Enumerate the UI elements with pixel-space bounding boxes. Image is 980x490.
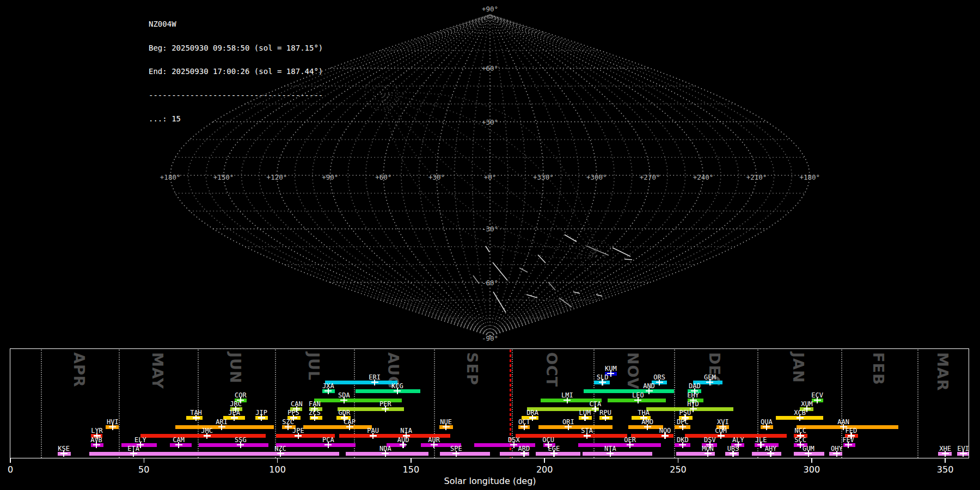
x-axis-title: Solar longitude (deg) (408, 476, 572, 486)
activity-chart: Solar longitude (deg) APRMAYJUNJULAUGSEP… (0, 0, 980, 490)
x-axis-tick-label: 300 (795, 464, 828, 475)
peak-marker (523, 451, 525, 457)
peak-marker (629, 442, 631, 448)
month-label: SEP (464, 352, 481, 385)
shower-bar-ETA (89, 452, 188, 456)
month-label: FEB (870, 352, 887, 385)
peak-marker (240, 442, 242, 448)
peak-marker (664, 433, 666, 439)
peak-marker (732, 451, 734, 457)
peak-marker (610, 451, 611, 457)
peak-marker (945, 451, 946, 457)
shower-bar-SPE (440, 452, 490, 456)
peak-marker (799, 415, 801, 421)
peak-marker (602, 379, 603, 385)
peak-marker (682, 442, 684, 448)
x-axis-tick (277, 458, 278, 463)
peak-marker (638, 397, 639, 403)
month-boundary-line (198, 350, 199, 458)
x-axis-tick (411, 458, 412, 463)
month-label: MAY (149, 352, 166, 389)
peak-marker (328, 442, 329, 448)
x-axis-tick-label: 350 (929, 464, 961, 475)
peak-marker (372, 433, 374, 439)
month-label: OCT (543, 352, 560, 387)
shower-bar-PAU (339, 434, 389, 438)
x-axis-tick-label: 200 (528, 464, 561, 475)
shower-bar-NZC (188, 452, 339, 456)
shower-bar-SSG (199, 443, 268, 447)
peak-marker (963, 451, 964, 457)
peak-marker (63, 451, 65, 457)
month-boundary-line (119, 350, 120, 458)
shower-bar-NTA (583, 452, 652, 456)
peak-marker (261, 415, 262, 421)
peak-marker (682, 424, 684, 430)
month-boundary-line (41, 350, 42, 458)
peak-marker (568, 424, 569, 430)
month-label: APR (71, 352, 88, 387)
x-axis-tick-label: 150 (395, 464, 427, 475)
month-label: JUL (305, 352, 322, 381)
peak-marker (397, 388, 399, 394)
peak-marker (445, 424, 447, 430)
peak-marker (385, 406, 387, 412)
peak-marker (195, 415, 197, 421)
peak-marker (808, 451, 810, 457)
shower-bar-AHY (752, 452, 781, 456)
x-axis-tick (811, 458, 812, 463)
peak-marker (456, 451, 457, 457)
peak-marker (647, 424, 648, 430)
month-label: MAR (934, 352, 951, 391)
peak-marker (385, 451, 387, 457)
peak-marker (707, 451, 709, 457)
peak-marker (567, 397, 568, 403)
peak-marker (349, 424, 351, 430)
month-label: JAN (790, 352, 807, 383)
peak-marker (766, 424, 768, 430)
x-axis-tick (144, 458, 145, 463)
peak-marker (584, 415, 586, 421)
peak-marker (206, 433, 208, 439)
month-boundary-line (917, 350, 918, 458)
peak-marker (586, 433, 588, 439)
x-axis-tick-label: 250 (662, 464, 695, 475)
x-axis-tick (544, 458, 545, 463)
x-axis-tick (945, 458, 946, 463)
month-boundary-line (354, 350, 355, 458)
peak-marker (374, 379, 376, 385)
month-boundary-line (275, 350, 276, 458)
shower-bar-KCG (356, 389, 420, 393)
shower-bar-EGE (536, 452, 580, 456)
peak-marker (770, 451, 771, 457)
peak-marker (96, 442, 97, 448)
peak-marker (133, 451, 134, 457)
x-axis-tick (678, 458, 679, 463)
x-axis-tick (10, 458, 11, 463)
shower-bar-STA (516, 434, 627, 438)
peak-marker (553, 451, 555, 457)
peak-marker (344, 397, 345, 403)
radiant-map-screen: NZ004W Beg: 20250930 09:58:50 (sol = 187… (0, 0, 980, 490)
peak-marker (605, 415, 607, 421)
x-axis-tick-label: 100 (261, 464, 294, 475)
x-axis-tick-label: 0 (0, 464, 27, 475)
month-label: JUN (227, 352, 244, 384)
peak-marker (280, 451, 281, 457)
peak-marker (402, 442, 404, 448)
peak-marker (836, 451, 838, 457)
peak-marker (298, 433, 299, 439)
peak-marker (524, 424, 525, 430)
peak-marker (178, 442, 180, 448)
peak-marker (314, 415, 316, 421)
x-axis-tick-label: 50 (127, 464, 160, 475)
peak-marker (433, 442, 435, 448)
